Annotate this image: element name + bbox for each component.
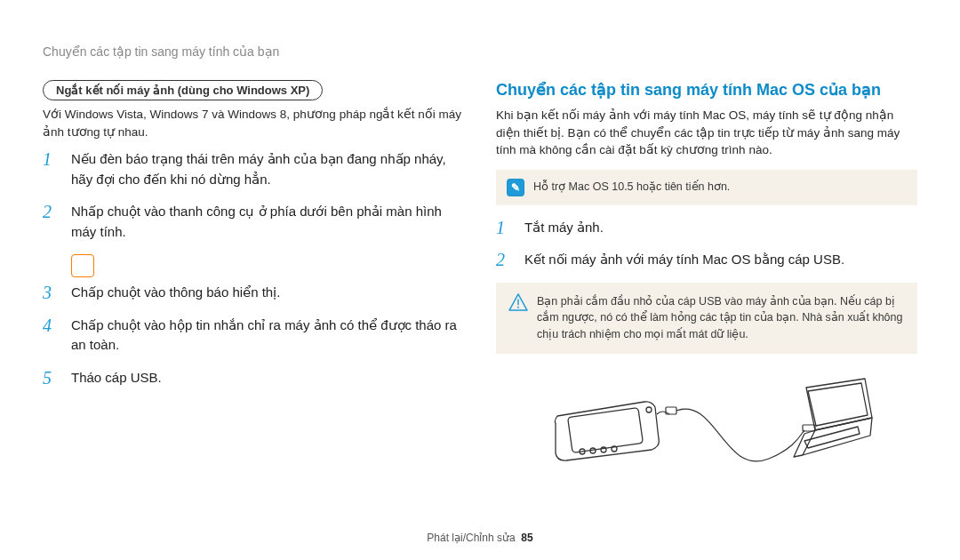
step-text: Nếu đèn báo trạng thái trên máy ảnh của … [71, 149, 464, 189]
svg-point-7 [646, 407, 652, 412]
section-pill-xp: Ngắt kết nối máy ảnh (dùng cho Windows X… [43, 80, 323, 100]
step-text: Chấp chuột vào hộp tin nhắn chỉ ra máy ả… [71, 316, 464, 356]
svg-rect-2 [568, 408, 644, 453]
step-number: 1 [43, 149, 64, 169]
right-heading: Chuyển các tập tin sang máy tính Mac OS … [496, 80, 917, 100]
step-number: 4 [43, 316, 64, 335]
svg-rect-9 [803, 425, 815, 431]
page-number: 85 [521, 532, 532, 544]
warning-icon [508, 293, 528, 314]
svg-point-1 [517, 306, 519, 308]
warning-text: Bạn phải cắm đầu nhỏ của cáp USB vào máy… [537, 293, 905, 343]
step-number: 1 [496, 218, 517, 237]
step-text: Nhấp chuột vào thanh công cụ ở phía dưới… [71, 202, 464, 242]
left-step-3: 3 Chấp chuột vào thông báo hiển thị. [43, 283, 464, 303]
step-number: 2 [496, 250, 517, 269]
step-text: Tháo cáp USB. [71, 368, 464, 388]
right-step-2: 2 Kết nối máy ảnh với máy tính Mac OS bằ… [496, 250, 917, 270]
left-step-1: 1 Nếu đèn báo trạng thái trên máy ảnh củ… [43, 149, 464, 189]
safely-remove-icon [71, 254, 94, 277]
step-number: 3 [43, 283, 64, 302]
camera-laptop-illustration [496, 370, 917, 485]
footer-section: Phát lại/Chỉnh sửa [427, 532, 515, 544]
right-intro: Khi bạn kết nối máy ảnh với máy tính Mac… [496, 107, 917, 159]
breadcrumb: Chuyển các tập tin sang máy tính của bạn [43, 44, 917, 59]
right-step-1: 1 Tắt máy ảnh. [496, 218, 917, 238]
left-step-4: 4 Chấp chuột vào hộp tin nhắn chỉ ra máy… [43, 316, 464, 356]
left-step-5: 5 Tháo cáp USB. [43, 368, 464, 388]
step-number: 2 [43, 202, 64, 221]
step-text: Chấp chuột vào thông báo hiển thị. [71, 283, 464, 303]
page-footer: Phát lại/Chỉnh sửa 85 [0, 532, 960, 544]
right-column: Chuyển các tập tin sang máy tính Mac OS … [496, 80, 917, 485]
step-text: Tắt máy ảnh. [524, 218, 917, 238]
warning-box: Bạn phải cắm đầu nhỏ của cáp USB vào máy… [496, 283, 917, 354]
step-number: 5 [43, 368, 64, 388]
left-intro: Với Windows Vista, Windows 7 và Windows … [43, 106, 464, 140]
left-step-2: 2 Nhấp chuột vào thanh công cụ ở phía dư… [43, 202, 464, 242]
note-box: ✎ Hỗ trợ Mac OS 10.5 hoặc tiên tiến hơn. [496, 170, 917, 205]
info-icon: ✎ [507, 179, 524, 196]
left-column: Ngắt kết nối máy ảnh (dùng cho Windows X… [43, 80, 464, 485]
note-text: Hỗ trợ Mac OS 10.5 hoặc tiên tiến hơn. [533, 179, 730, 196]
step-text: Kết nối máy ảnh với máy tính Mac OS bằng… [524, 250, 917, 270]
